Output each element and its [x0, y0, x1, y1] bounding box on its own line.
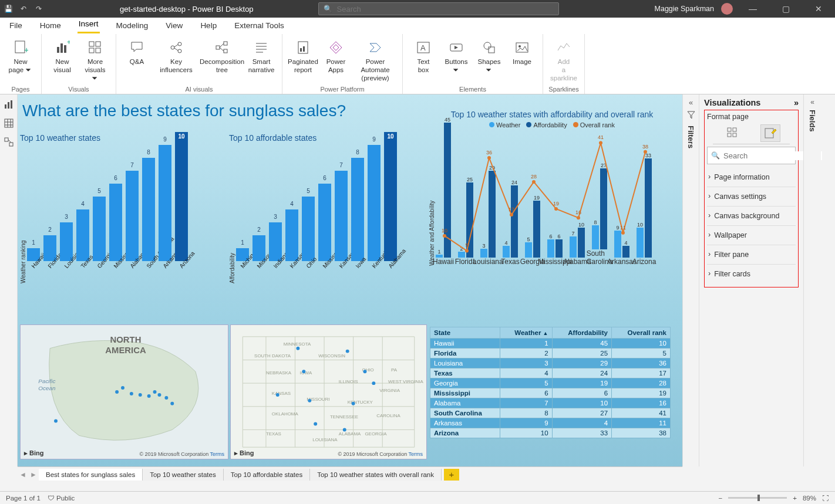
format-page-tab[interactable] [760, 124, 780, 142]
map-north-america[interactable]: NORTH AMERICA Pacific Ocean ▸ Bing © 201… [20, 324, 228, 459]
ribbon-text-box[interactable]: ATextbox [408, 38, 439, 76]
chart-combo-weather-afford-rank[interactable]: Top 10 weather states with affordability… [429, 110, 675, 287]
page-tab[interactable]: Top 10 weather states with overall rank [310, 469, 442, 481]
svg-rect-35 [8, 102, 9, 109]
table-row[interactable]: Texas42417 [430, 368, 671, 378]
svg-text:AMERICA: AMERICA [105, 346, 146, 355]
chart-top10-weather[interactable]: Top 10 weather states Weather ranking 1H… [20, 133, 225, 283]
ribbon-group-label: Visuals [42, 86, 116, 94]
format-section-canvas-settings[interactable]: ›Canvas settings [707, 187, 796, 206]
table-row[interactable]: Arkansas9411 [430, 418, 671, 428]
ribbon-power-apps[interactable]: PowerApps [320, 38, 352, 76]
ribbon: +Newpage ⏷Pages+NewvisualMorevisuals ⏷Vi… [0, 34, 835, 94]
table-header[interactable]: State [430, 327, 500, 339]
page-tab[interactable]: Best states for sunglass sales [39, 469, 143, 481]
report-view-icon[interactable] [4, 99, 14, 110]
table-row[interactable]: Georgia51928 [430, 378, 671, 388]
build-visual-tab[interactable] [723, 124, 743, 142]
filter-icon [686, 110, 696, 120]
table-header[interactable]: Weather ▲ [500, 327, 552, 339]
qna-icon [128, 39, 146, 56]
ribbon-smart-narrative[interactable]: Smartnarrative [245, 38, 277, 76]
svg-rect-4 [64, 45, 66, 53]
svg-text:WISCONSIN: WISCONSIN [318, 353, 345, 358]
undo-icon[interactable]: ↶ [19, 4, 28, 13]
user-name[interactable]: Maggie Sparkman [655, 5, 714, 13]
format-section-wallpaper[interactable]: ›Wallpaper [707, 225, 796, 245]
map-us-states[interactable]: MINNESOTAWISCONSINSOUTH DAKOTA NEBRASKAI… [230, 324, 427, 459]
table-header[interactable]: Overall rank [612, 327, 671, 339]
save-icon[interactable]: 💾 [4, 4, 13, 13]
expand-filters-icon[interactable]: « [689, 98, 693, 107]
table-row[interactable]: Arizona103338 [430, 428, 671, 438]
zoom-out[interactable]: − [719, 495, 723, 502]
menu-home[interactable]: Home [39, 19, 62, 33]
tab-prev[interactable]: ◄ [18, 471, 28, 479]
ribbon-buttons[interactable]: Buttons⏷ [440, 38, 472, 76]
ribbon-shapes[interactable]: Shapes⏷ [473, 38, 505, 76]
data-view-icon[interactable] [4, 118, 14, 128]
expand-fields-icon[interactable]: « [810, 98, 814, 106]
format-section-filter-pane[interactable]: ›Filter pane [707, 245, 796, 264]
add-page-button[interactable]: + [444, 469, 459, 481]
ribbon-paginated-report[interactable]: Paginatedreport [287, 38, 319, 76]
table-row[interactable]: South Carolina82741 [430, 408, 671, 418]
ribbon-group-label: Elements [403, 86, 543, 94]
tab-next[interactable]: ► [28, 471, 39, 479]
menu-insert[interactable]: Insert [78, 17, 100, 33]
maximize-button[interactable]: ▢ [773, 0, 799, 18]
chart-top10-affordable[interactable]: Top 10 affordable states Affordability 1… [229, 133, 429, 283]
page-tab[interactable]: Top 10 affordable states [224, 469, 311, 481]
redo-icon[interactable]: ↷ [34, 4, 43, 13]
menu-modeling[interactable]: Modeling [115, 19, 150, 33]
add-sparkline-icon [555, 39, 573, 56]
minimize-button[interactable]: — [740, 0, 766, 18]
search-box[interactable]: 🔍 [318, 2, 559, 15]
svg-point-70 [115, 390, 119, 394]
ribbon-image[interactable]: Image [506, 38, 538, 67]
ribbon-more-visuals[interactable]: Morevisuals ⏷ [79, 38, 111, 83]
model-view-icon[interactable] [4, 137, 14, 147]
fit-to-page-icon[interactable]: ⛶ [822, 495, 829, 502]
table-row[interactable]: Florida2255 [430, 349, 671, 358]
format-section-page-information[interactable]: ›Page information [707, 168, 796, 187]
ribbon-new-page[interactable]: +Newpage ⏷ [5, 38, 36, 76]
state-rank-table[interactable]: StateWeather ▲AffordabilityOverall rankH… [430, 327, 671, 438]
table-row[interactable]: Alabama71016 [430, 398, 671, 408]
svg-point-109 [314, 422, 317, 426]
table-row[interactable]: Louisiana32936 [430, 358, 671, 368]
menu-help[interactable]: Help [199, 19, 218, 33]
format-section-canvas-background[interactable]: ›Canvas background [707, 206, 796, 225]
filters-pane-collapsed[interactable]: « Filters [682, 94, 699, 466]
zoom-in[interactable]: + [793, 495, 797, 502]
collapse-viz-icon[interactable]: » [794, 98, 799, 107]
page-tab[interactable]: Top 10 weather states [143, 469, 224, 481]
svg-rect-34 [5, 104, 6, 109]
menu-file[interactable]: File [8, 19, 23, 33]
ribbon-decomp-tree[interactable]: Decompositiontree [200, 38, 244, 76]
table-header[interactable]: Affordability [552, 327, 612, 339]
ribbon-power-automate[interactable]: PowerAutomate (preview) [353, 38, 398, 83]
svg-text:+: + [67, 40, 70, 46]
format-search[interactable]: 🔍 [707, 147, 796, 164]
format-section-filter-cards[interactable]: ›Filter cards [707, 264, 796, 283]
report-canvas[interactable]: What are the best states for sunglass sa… [18, 94, 682, 466]
close-button[interactable]: ✕ [806, 0, 831, 18]
table-row[interactable]: Hawaii14510 [430, 339, 671, 349]
fields-pane-collapsed[interactable]: « Fields [803, 94, 821, 466]
ribbon-key-influencers[interactable]: Keyinfluencers [154, 38, 198, 76]
sensitivity-indicator[interactable]: 🛡 Public [48, 495, 75, 502]
search-input[interactable] [337, 5, 554, 13]
svg-point-102 [346, 350, 349, 353]
avatar[interactable] [721, 3, 733, 15]
key-influencers-icon [167, 39, 185, 56]
menu-view[interactable]: View [164, 19, 184, 33]
table-row[interactable]: Mississippi6619 [430, 388, 671, 398]
zoom-slider[interactable] [728, 497, 787, 499]
svg-point-76 [164, 396, 168, 400]
ribbon-add-sparkline: Adda sparkline [548, 38, 580, 83]
ribbon-qna[interactable]: Q&A [121, 38, 153, 67]
menu-external-tools[interactable]: External Tools [233, 19, 285, 33]
ribbon-new-visual[interactable]: +Newvisual [46, 38, 78, 76]
format-page-label: Format page [707, 113, 796, 121]
